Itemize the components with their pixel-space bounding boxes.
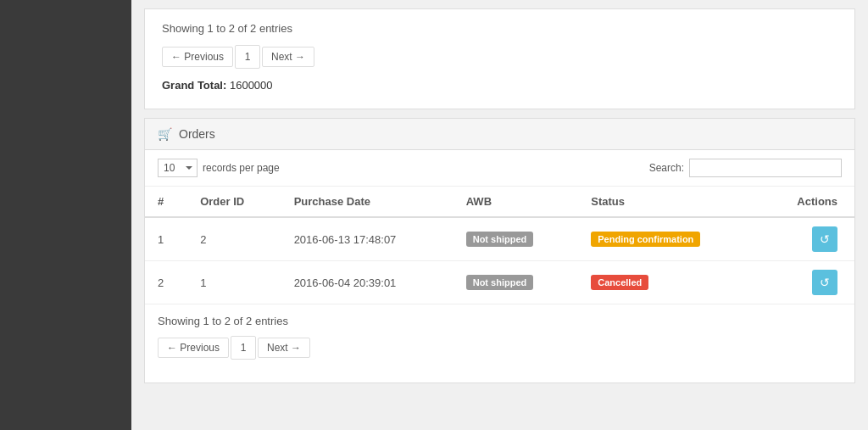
- edit-button[interactable]: ↺: [812, 226, 837, 252]
- cart-icon: 🛒: [158, 127, 172, 141]
- orders-header: 🛒 Orders: [145, 119, 854, 150]
- edit-button[interactable]: ↺: [812, 270, 837, 295]
- search-label: Search:: [649, 162, 684, 174]
- cell-order-id: 1: [187, 261, 281, 304]
- cell-order-id: 2: [187, 217, 281, 261]
- grand-total-label: Grand Total:: [162, 79, 226, 92]
- top-panel: Showing 1 to 2 of 2 entries ← Previous 1…: [144, 8, 855, 109]
- cell-awb: Not shipped: [453, 217, 579, 261]
- awb-badge: Not shipped: [466, 232, 534, 247]
- records-per-page-select[interactable]: 10 25 50 100: [158, 159, 198, 177]
- cell-num: 1: [145, 217, 187, 261]
- col-order-id: Order ID: [187, 187, 281, 217]
- cell-actions: ↺: [760, 217, 854, 261]
- col-purchase-date: Purchase Date: [281, 187, 453, 217]
- search-container: Search:: [649, 159, 842, 177]
- sidebar: [0, 0, 131, 430]
- orders-panel: 🛒 Orders 10 25 50 100 records per page S…: [144, 118, 855, 383]
- table-controls: 10 25 50 100 records per page Search:: [145, 150, 854, 187]
- top-page-number[interactable]: 1: [235, 45, 260, 69]
- search-input[interactable]: [689, 159, 842, 177]
- bottom-pagination: ← Previous 1 Next →: [158, 336, 842, 360]
- table-header-row: # Order ID Purchase Date AWB Status Acti…: [145, 187, 854, 217]
- status-badge: Pending confirmation: [591, 232, 700, 247]
- orders-table: # Order ID Purchase Date AWB Status Acti…: [145, 187, 854, 304]
- top-showing-text: Showing 1 to 2 of 2 entries: [162, 22, 837, 35]
- bottom-page-number[interactable]: 1: [231, 336, 256, 360]
- bottom-next-button[interactable]: Next →: [258, 338, 310, 358]
- records-per-page-control: 10 25 50 100 records per page: [158, 159, 280, 177]
- bottom-section: Showing 1 to 2 of 2 entries ← Previous 1…: [145, 304, 854, 383]
- orders-title: Orders: [179, 127, 215, 141]
- status-badge: Cancelled: [591, 275, 648, 290]
- cell-purchase-date: 2016-06-13 17:48:07: [281, 217, 453, 261]
- cell-status: Cancelled: [578, 261, 760, 304]
- col-hash: #: [145, 187, 187, 217]
- cell-actions: ↺: [760, 261, 854, 304]
- col-awb: AWB: [453, 187, 579, 217]
- top-next-button[interactable]: Next →: [262, 47, 314, 67]
- col-actions: Actions: [760, 187, 854, 217]
- bottom-showing-text: Showing 1 to 2 of 2 entries: [158, 315, 842, 327]
- cell-num: 2: [145, 261, 187, 304]
- table-row: 1 2 2016-06-13 17:48:07 Not shipped Pend…: [145, 217, 854, 261]
- table-row: 2 1 2016-06-04 20:39:01 Not shipped Canc…: [145, 261, 854, 304]
- cell-awb: Not shipped: [453, 261, 579, 304]
- top-prev-button[interactable]: ← Previous: [162, 47, 233, 67]
- bottom-prev-button[interactable]: ← Previous: [158, 338, 229, 358]
- top-pagination: ← Previous 1 Next →: [162, 45, 837, 69]
- cell-status: Pending confirmation: [578, 217, 760, 261]
- grand-total-value: 1600000: [230, 79, 273, 92]
- grand-total: Grand Total: 1600000: [162, 79, 837, 92]
- records-label: records per page: [203, 162, 280, 174]
- col-status: Status: [578, 187, 760, 217]
- main-content: Showing 1 to 2 of 2 entries ← Previous 1…: [131, 0, 868, 430]
- awb-badge: Not shipped: [466, 275, 534, 290]
- cell-purchase-date: 2016-06-04 20:39:01: [281, 261, 453, 304]
